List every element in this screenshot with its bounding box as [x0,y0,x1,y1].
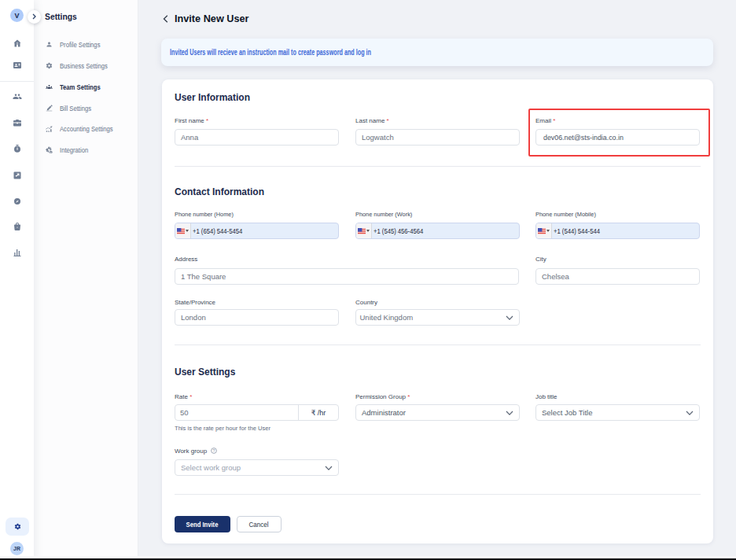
svg-text:?: ? [213,448,215,453]
